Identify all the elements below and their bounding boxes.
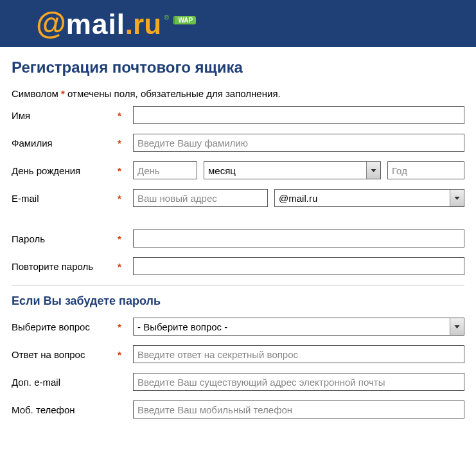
email-name-input[interactable] bbox=[133, 189, 268, 207]
password-input[interactable] bbox=[133, 230, 464, 248]
alt-email-input[interactable] bbox=[133, 373, 464, 391]
row-email: E-mail * @mail.ru bbox=[12, 188, 464, 208]
required-star: * bbox=[118, 233, 127, 244]
header-banner: @ mail . ru ® WAP bbox=[0, 0, 476, 47]
row-phone: Моб. телефон bbox=[12, 400, 464, 419]
page-title: Регистрация почтового ящика bbox=[12, 59, 464, 76]
row-alt-email: Доп. e-mail bbox=[12, 372, 464, 392]
label-phone: Моб. телефон bbox=[12, 404, 118, 415]
section-title-recovery: Если Вы забудете пароль bbox=[12, 294, 464, 308]
birth-month-select[interactable]: месяц bbox=[204, 161, 381, 179]
row-birthday: День рождения * месяц bbox=[12, 161, 464, 180]
row-first-name: Имя * bbox=[12, 105, 464, 125]
email-domain-select[interactable]: @mail.ru bbox=[274, 189, 464, 207]
security-answer-input[interactable] bbox=[133, 345, 464, 363]
row-last-name: Фамилия * bbox=[12, 133, 464, 152]
birth-day-input[interactable] bbox=[133, 161, 197, 179]
required-star: * bbox=[118, 261, 127, 272]
section-divider bbox=[12, 285, 464, 285]
label-password-repeat: Повторите пароль bbox=[12, 261, 118, 272]
label-alt-email: Доп. e-mail bbox=[12, 377, 118, 388]
logo-text-mail: mail bbox=[66, 10, 125, 39]
logo: @ mail . ru ® WAP bbox=[36, 8, 196, 39]
row-password: Пароль * bbox=[12, 229, 464, 248]
logo-at-icon: @ bbox=[36, 8, 66, 39]
birth-year-input[interactable] bbox=[387, 161, 464, 179]
first-name-input[interactable] bbox=[133, 106, 464, 124]
required-star: * bbox=[118, 165, 127, 176]
last-name-input[interactable] bbox=[133, 134, 464, 152]
required-star: * bbox=[118, 110, 127, 121]
wap-badge-wrap: ® WAP bbox=[164, 14, 196, 24]
wap-badge: WAP bbox=[173, 16, 196, 24]
row-security-question: Выберите вопрос * - Выберите вопрос - bbox=[12, 317, 464, 336]
label-birthday: День рождения bbox=[12, 165, 118, 176]
hint-text-after: отмечены поля, обязательные для заполнен… bbox=[65, 88, 281, 99]
label-last-name: Фамилия bbox=[12, 138, 118, 148]
registered-icon: ® bbox=[164, 14, 169, 21]
chevron-down-icon bbox=[450, 318, 464, 335]
password-repeat-input[interactable] bbox=[133, 257, 464, 275]
email-domain-value: @mail.ru bbox=[279, 193, 450, 204]
label-password: Пароль bbox=[12, 233, 118, 244]
birth-month-value: месяц bbox=[208, 165, 366, 176]
required-star: * bbox=[118, 138, 127, 148]
hint-text-before: Символом bbox=[12, 88, 61, 99]
chevron-down-icon bbox=[450, 190, 464, 206]
label-security-question: Выберите вопрос bbox=[12, 321, 118, 332]
required-star: * bbox=[118, 193, 127, 204]
security-question-value: - Выберите вопрос - bbox=[137, 321, 450, 332]
label-security-answer: Ответ на вопрос bbox=[12, 349, 118, 360]
phone-input[interactable] bbox=[133, 401, 464, 419]
logo-dot: . bbox=[125, 10, 133, 39]
security-question-select[interactable]: - Выберите вопрос - bbox=[133, 318, 464, 336]
label-email: E-mail bbox=[12, 193, 118, 204]
required-star: * bbox=[118, 321, 127, 332]
row-security-answer: Ответ на вопрос * bbox=[12, 345, 464, 364]
logo-text-ru: ru bbox=[133, 10, 161, 39]
row-password-repeat: Повторите пароль * bbox=[12, 256, 464, 276]
label-first-name: Имя bbox=[12, 110, 118, 121]
required-fields-hint: Символом * отмечены поля, обязательные д… bbox=[12, 88, 464, 99]
chevron-down-icon bbox=[366, 162, 380, 179]
required-star: * bbox=[118, 349, 127, 360]
